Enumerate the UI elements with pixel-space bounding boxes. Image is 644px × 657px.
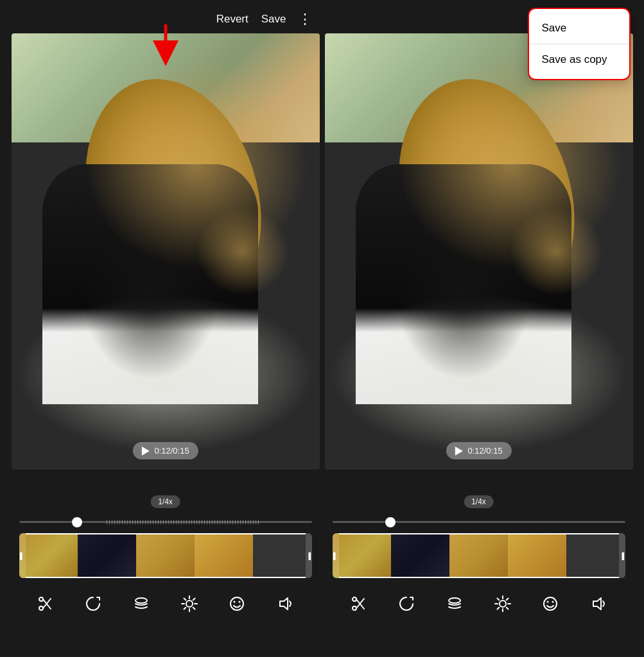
right-brightness-tool[interactable]: [490, 591, 516, 617]
svg-point-6: [186, 601, 193, 607]
right-layers-tool[interactable]: [442, 591, 467, 617]
svg-point-33: [544, 597, 557, 610]
context-menu-save[interactable]: Save: [529, 14, 629, 42]
scrubber-handle[interactable]: [72, 517, 82, 527]
left-scrubber-area[interactable]: [12, 516, 320, 528]
left-revert-button[interactable]: Revert: [215, 10, 250, 28]
svg-point-16: [234, 601, 236, 603]
right-film-strip[interactable]: ▌ ▐: [333, 533, 625, 578]
right-top-bar: Re ⋮ Save Save as copy: [325, 5, 633, 33]
context-menu: Save Save as copy: [528, 8, 631, 80]
right-video-area: 0:12/0:15: [325, 33, 633, 470]
right-phone-panel: Re ⋮ Save Save as copy 0:12/0:15 1/4x: [325, 0, 633, 622]
right-film-handle-left[interactable]: ▌: [333, 533, 339, 578]
svg-point-24: [500, 601, 506, 607]
left-save-button[interactable]: Save: [260, 10, 288, 28]
right-volume-tool[interactable]: [586, 591, 611, 617]
right-play-icon: [455, 447, 462, 456]
left-video-area: 0:12/0:15: [12, 33, 320, 470]
right-toolbar: [325, 583, 633, 622]
left-film-strip[interactable]: ▌ ▐: [19, 533, 312, 578]
brightness-tool[interactable]: [177, 591, 202, 617]
emoji-tool[interactable]: [224, 591, 250, 617]
right-scrubber-area[interactable]: [325, 516, 633, 528]
right-scene-overlay: [325, 33, 633, 470]
play-time-overlay[interactable]: 0:12/0:15: [132, 442, 198, 459]
film-handle-left[interactable]: ▌: [19, 533, 26, 578]
svg-line-29: [497, 599, 499, 601]
context-menu-save-as-copy[interactable]: Save as copy: [529, 46, 629, 74]
speed-badge: 1/4x: [150, 495, 180, 508]
svg-line-32: [497, 608, 499, 610]
right-play-time-overlay[interactable]: 0:12/0:15: [446, 442, 511, 459]
svg-line-31: [506, 599, 508, 601]
svg-line-11: [184, 599, 186, 601]
play-icon: [141, 447, 149, 456]
right-film-frame-3: [449, 533, 508, 578]
right-film-frame-2: [391, 533, 449, 578]
film-frame-4: [195, 533, 253, 578]
left-phone-panel: Revert Save ⋮: [12, 0, 320, 622]
left-more-button[interactable]: ⋮: [298, 12, 312, 26]
right-film-frame-5: [566, 533, 625, 578]
rotate-tool[interactable]: [80, 591, 106, 617]
right-speed-badge-container: 1/4x: [325, 470, 633, 490]
right-film-frame-1: [333, 533, 391, 578]
right-scrubber-track[interactable]: [333, 521, 625, 523]
svg-point-15: [231, 597, 243, 610]
film-frame-3: [136, 533, 195, 578]
film-handle-right[interactable]: ▐: [306, 533, 312, 578]
svg-line-14: [184, 608, 186, 610]
layers-tool[interactable]: [128, 591, 154, 617]
film-frame-2: [78, 533, 136, 578]
svg-point-17: [239, 601, 241, 603]
right-time-display: 0:12/0:15: [467, 446, 502, 456]
film-frame-1: [19, 533, 78, 578]
right-film-handle-right[interactable]: ▐: [619, 533, 625, 578]
svg-line-13: [193, 599, 195, 601]
scrubber-ticks: [107, 520, 283, 525]
svg-marker-36: [593, 598, 601, 610]
context-menu-divider: [529, 44, 629, 44]
right-rotate-tool[interactable]: [394, 591, 419, 617]
film-frame-5: [253, 533, 311, 578]
svg-line-12: [193, 608, 195, 610]
speed-badge-container: 1/4x: [12, 470, 320, 490]
volume-tool[interactable]: [272, 591, 298, 617]
scissors-tool[interactable]: [33, 591, 58, 617]
right-emoji-tool[interactable]: [537, 591, 563, 617]
right-film-frame-4: [508, 533, 566, 578]
right-speed-badge: 1/4x: [464, 495, 494, 508]
svg-point-35: [552, 601, 554, 603]
scrubber-track[interactable]: [19, 521, 312, 523]
left-top-bar: Revert Save ⋮: [12, 5, 320, 33]
scene-overlay: [12, 33, 320, 470]
svg-point-5: [135, 598, 147, 603]
right-scrubber-handle[interactable]: [385, 517, 396, 527]
right-scissors-tool[interactable]: [346, 591, 372, 617]
svg-marker-18: [280, 598, 288, 610]
svg-point-34: [547, 601, 549, 603]
left-toolbar: [12, 583, 320, 622]
svg-point-23: [449, 598, 460, 603]
time-display: 0:12/0:15: [154, 446, 189, 456]
svg-line-30: [506, 608, 508, 610]
